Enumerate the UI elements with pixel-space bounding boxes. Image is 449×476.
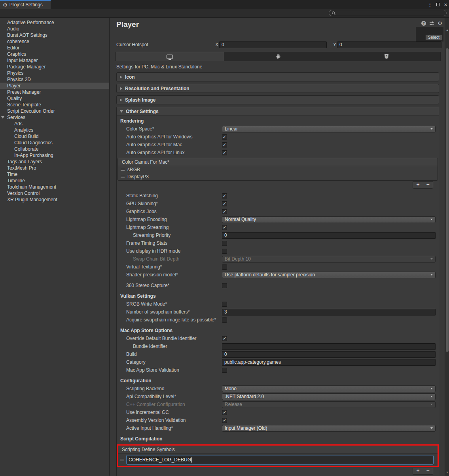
checkbox-gpu-skinning[interactable]: ✓ [222,201,227,206]
list-item-srgb[interactable]: sRGB [118,166,438,173]
setting-label: Streaming Priority [117,232,222,238]
sidebar-item-label: Physics 2D [0,76,109,83]
sidebar-item-player[interactable]: Player [0,83,109,89]
field-number-of-swapchain-buffers[interactable]: 3 [222,309,436,315]
add-item-button[interactable]: + [413,182,423,188]
remove-item-button[interactable]: − [423,182,433,188]
checkbox-override-default-bundle-identifier[interactable]: ✓ [222,336,227,341]
checkbox-virtual-texturing[interactable] [222,264,227,270]
close-icon[interactable]: × [444,2,447,8]
checkbox-360-stereo-capture[interactable] [222,283,227,288]
checkbox-acquire-swapchain-image-late-as-possible[interactable] [222,317,227,323]
sidebar-item-scene-template[interactable]: Scene Template [0,102,109,108]
sidebar-item-audio[interactable]: Audio [0,26,109,32]
drag-handle-icon[interactable] [121,169,125,171]
foldout-open-icon[interactable] [1,116,4,119]
sidebar-item-burst-aot-settings[interactable]: Burst AOT Settings [0,32,109,38]
scroll-down-icon[interactable]: ▼ [445,471,449,474]
section-foldout-splash-image[interactable]: Splash Image [116,95,439,104]
platform-tab-webgl[interactable]: 5 [332,52,440,61]
dropdown-color-space[interactable]: Linear [222,126,436,132]
field-build[interactable]: 0 [222,351,436,358]
setting-label: Use display in HDR mode [117,248,222,254]
sidebar-item-graphics[interactable]: Graphics [0,51,109,57]
sidebar-item-label: Adaptive Performance [0,19,109,26]
dropdown-active-input-handling[interactable]: Input Manager (Old) [222,425,436,432]
checkbox-auto-graphics-api-for-mac[interactable]: ✓ [222,142,227,147]
dropdown-api-compatibility-level[interactable]: .NET Standard 2.0 [222,393,436,400]
other-settings-section: Other Settings RenderingColor Space*Line… [116,107,439,476]
checkbox-graphics-jobs[interactable]: ✓ [222,209,227,214]
checkbox-use-display-in-hdr-mode[interactable] [222,249,227,254]
scripting-define-symbols-input[interactable]: COHERENCE_LOG_DEBUG [126,455,434,465]
drag-handle-icon[interactable] [121,176,125,178]
checkbox-mac-app-store-validation[interactable] [222,368,227,373]
sidebar-item-preset-manager[interactable]: Preset Manager [0,89,109,95]
search-input[interactable] [329,10,447,16]
dropdown-lightmap-encoding[interactable]: Normal Quality [222,216,436,223]
sidebar-item-editor[interactable]: Editor [0,45,109,51]
setting-row-use-display-in-hdr-mode: Use display in HDR mode [117,247,439,255]
setting-label: Category [117,359,222,365]
sidebar-item-timeline[interactable]: Timeline [0,178,109,184]
setting-label: Color Space* [117,126,222,132]
list-item-displayp3[interactable]: DisplayP3 [118,173,438,180]
cursor-hotspot-x-field[interactable]: 0 [219,42,327,48]
sidebar-item-quality[interactable]: Quality [0,95,109,102]
sidebar-item-label: Ads [0,121,109,127]
sidebar-item-ads[interactable]: Ads [0,121,109,127]
sidebar-item-cloud-diagnostics[interactable]: Cloud Diagnostics [0,140,109,146]
field-bundle-identifier[interactable] [222,343,436,350]
sidebar-item-coherence[interactable]: coherence [0,38,109,45]
checkbox-srgb-write-mode[interactable] [222,302,227,307]
subheader-label: Vulkan Settings [117,293,222,299]
sidebar-item-package-manager[interactable]: Package Manager [0,64,109,70]
field-streaming-priority[interactable]: 0 [222,232,436,239]
presets-icon[interactable] [429,21,434,26]
sidebar-item-version-control[interactable]: Version Control [0,190,109,196]
sidebar-item-physics[interactable]: Physics [0,70,109,76]
gear-icon[interactable]: ⚙ [438,21,442,26]
checkbox-auto-graphics-api-for-linux[interactable]: ✓ [222,150,227,155]
checkbox-static-batching[interactable]: ✓ [222,193,227,198]
field-category[interactable]: public.app-category.games [222,359,436,366]
select-button[interactable]: Select [425,34,442,40]
sidebar-item-in-app-purchasing[interactable]: In-App Purchasing [0,152,109,159]
sidebar-item-script-execution-order[interactable]: Script Execution Order [0,108,109,114]
sidebar-item-textmesh-pro[interactable]: TextMesh Pro [0,165,109,171]
dropdown-shader-precision-model[interactable]: Use platform defaults for sampler precis… [222,272,436,278]
checkbox-frame-timing-stats[interactable] [222,241,227,246]
help-icon[interactable]: ? [421,21,426,26]
kebab-menu-icon[interactable]: ⋮ [427,2,432,8]
drag-handle-icon[interactable] [120,459,124,461]
tab-project-settings[interactable]: ⚙ Project Settings [0,0,51,9]
sidebar-item-xr-plugin-management[interactable]: XR Plugin Management [0,196,109,203]
checkbox-use-incremental-gc[interactable]: ✓ [222,410,227,415]
section-foldout-resolution-and-presentation[interactable]: Resolution and Presentation [116,84,439,93]
sidebar-item-collaborate[interactable]: Collaborate [0,146,109,152]
cursor-hotspot-y-field[interactable]: 0 [337,42,441,48]
dropdown-scripting-backend[interactable]: Mono [222,385,436,392]
sidebar-item-cloud-build[interactable]: Cloud Build [0,133,109,140]
platform-tab-android[interactable] [224,52,333,61]
sidebar-item-toolchain-management[interactable]: Toolchain Management [0,184,109,190]
chevron-down-icon [430,274,433,276]
platform-tab-standalone[interactable] [116,52,224,61]
maximize-icon[interactable] [436,3,440,6]
checkbox-auto-graphics-api-for-windows[interactable]: ✓ [222,134,227,140]
scrollbar-thumb[interactable] [446,48,449,352]
sidebar-item-physics-2d[interactable]: Physics 2D [0,76,109,83]
sidebar-item-adaptive-performance[interactable]: Adaptive Performance [0,19,109,26]
sidebar-item-time[interactable]: Time [0,171,109,178]
section-foldout-icon[interactable]: Icon [116,72,439,81]
checkbox-lightmap-streaming[interactable]: ✓ [222,225,227,230]
sidebar-item-analytics[interactable]: Analytics [0,127,109,133]
sidebar-item-input-manager[interactable]: Input Manager [0,57,109,64]
other-settings-foldout[interactable]: Other Settings [117,107,439,116]
sidebar-item-tags-and-layers[interactable]: Tags and Layers [0,159,109,165]
add-define-button[interactable]: + [413,468,423,474]
scroll-up-icon[interactable]: ▲ [445,28,449,31]
remove-define-button[interactable]: − [423,468,433,474]
sidebar-item-services[interactable]: Services [0,114,109,121]
checkbox-assembly-version-validation[interactable]: ✓ [222,418,227,423]
